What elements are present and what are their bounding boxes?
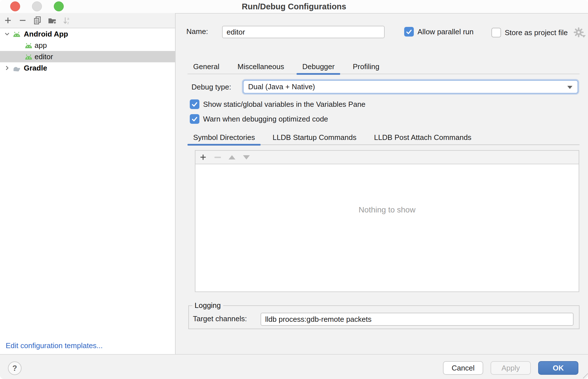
configuration-tabs: General Miscellaneous Debugger Profiling (188, 59, 580, 74)
tab-debugger[interactable]: Debugger (297, 59, 340, 74)
apply-button[interactable]: Apply (491, 361, 531, 375)
dropdown-arrow-icon (567, 86, 572, 89)
tree-item-label: editor (35, 52, 53, 61)
sidebar-toolbar: az (0, 13, 175, 28)
show-static-global-variables-option[interactable]: Show static/global variables in the Vari… (190, 99, 365, 109)
subtab-lldb-startup-commands[interactable]: LLDB Startup Commands (267, 130, 362, 144)
name-label: Name: (186, 27, 208, 36)
close-window-button[interactable] (10, 1, 20, 11)
tree-item-android-app[interactable]: Android App (0, 28, 175, 40)
warn-debugging-optimized-code-label: Warn when debugging optimized code (203, 115, 328, 124)
minimize-window-button[interactable] (32, 1, 42, 11)
empty-table-message: Nothing to show (195, 205, 579, 214)
target-channels-label: Target channels: (193, 314, 247, 323)
store-as-project-file-option[interactable]: Store as project file (491, 27, 585, 38)
table-move-up-icon[interactable] (228, 153, 236, 161)
chevron-right-icon[interactable] (3, 64, 11, 74)
titlebar: Run/Debug Configurations (0, 0, 588, 14)
symbol-table-toolbar (195, 151, 579, 164)
zoom-window-button[interactable] (54, 1, 64, 11)
new-folder-icon[interactable] (48, 16, 56, 25)
gear-caret-icon (582, 35, 586, 38)
tab-miscellaneous[interactable]: Miscellaneous (232, 59, 290, 74)
traffic-lights (10, 1, 64, 11)
tab-profiling[interactable]: Profiling (347, 59, 385, 74)
debug-type-label: Debug type: (191, 83, 231, 91)
warn-debugging-optimized-code-checkbox[interactable] (190, 114, 199, 124)
svg-text:a: a (67, 17, 69, 21)
warn-debugging-optimized-code-option[interactable]: Warn when debugging optimized code (190, 114, 328, 124)
copy-configuration-icon[interactable] (33, 16, 42, 25)
store-settings-gear-icon[interactable] (573, 27, 585, 38)
edit-configuration-templates-link[interactable]: Edit configuration templates... (6, 341, 103, 350)
sort-configurations-icon[interactable]: az (63, 16, 71, 25)
cancel-button[interactable]: Cancel (443, 361, 483, 375)
show-static-global-variables-label: Show static/global variables in the Vari… (203, 100, 365, 109)
tree-item-label: Gradle (24, 64, 47, 73)
allow-parallel-run-option[interactable]: Allow parallel run (404, 27, 474, 37)
tree-item-label: Android App (24, 30, 68, 39)
remove-configuration-icon[interactable] (18, 16, 27, 25)
tree-item-editor[interactable]: editor (0, 51, 175, 62)
symbol-directories-table: Nothing to show (195, 150, 579, 292)
table-add-icon[interactable] (199, 153, 207, 161)
help-button[interactable]: ? (8, 361, 22, 375)
footer-buttons: Cancel Apply OK (443, 361, 578, 375)
window-title: Run/Debug Configurations (0, 0, 588, 13)
android-icon (12, 31, 21, 40)
ok-button[interactable]: OK (538, 361, 578, 375)
tab-general[interactable]: General (188, 59, 225, 74)
android-icon (24, 42, 33, 51)
lldb-subtabs: Symbol Directories LLDB Startup Commands… (188, 130, 580, 145)
store-as-project-file-label: Store as project file (505, 28, 568, 37)
gradle-elephant-icon (12, 65, 21, 74)
table-remove-icon[interactable] (213, 153, 222, 161)
configuration-editor-panel: Name: Allow parallel run Store as projec… (176, 13, 588, 354)
name-input[interactable] (222, 26, 385, 38)
tree-item-label: app (35, 41, 47, 50)
svg-text:z: z (67, 21, 69, 25)
help-question-icon: ? (12, 364, 17, 373)
target-channels-input[interactable] (261, 313, 574, 326)
add-configuration-icon[interactable] (4, 16, 12, 25)
show-static-global-variables-checkbox[interactable] (190, 99, 199, 109)
logging-legend: Logging (192, 301, 223, 310)
subtab-lldb-post-attach-commands[interactable]: LLDB Post Attach Commands (368, 130, 477, 144)
store-as-project-file-checkbox[interactable] (491, 28, 501, 37)
tree-item-app[interactable]: app (0, 40, 175, 51)
tree-item-gradle[interactable]: Gradle (0, 62, 175, 74)
allow-parallel-run-checkbox[interactable] (404, 27, 414, 37)
chevron-down-icon[interactable] (3, 30, 11, 40)
resize-grip[interactable] (583, 373, 588, 378)
logging-group: Logging Target channels: (188, 305, 580, 329)
allow-parallel-run-label: Allow parallel run (417, 27, 474, 36)
subtab-symbol-directories[interactable]: Symbol Directories (188, 130, 261, 144)
android-icon (24, 54, 33, 62)
configurations-sidebar: az Android App app (0, 13, 176, 354)
run-debug-configurations-dialog: Run/Debug Configurations az (0, 0, 588, 379)
debug-type-value: Dual (Java + Native) (248, 82, 315, 91)
dialog-footer: ? Cancel Apply OK (0, 354, 588, 379)
debug-type-dropdown[interactable]: Dual (Java + Native) (243, 80, 578, 93)
configurations-tree: Android App app editor (0, 28, 175, 74)
table-move-down-icon[interactable] (242, 153, 251, 161)
